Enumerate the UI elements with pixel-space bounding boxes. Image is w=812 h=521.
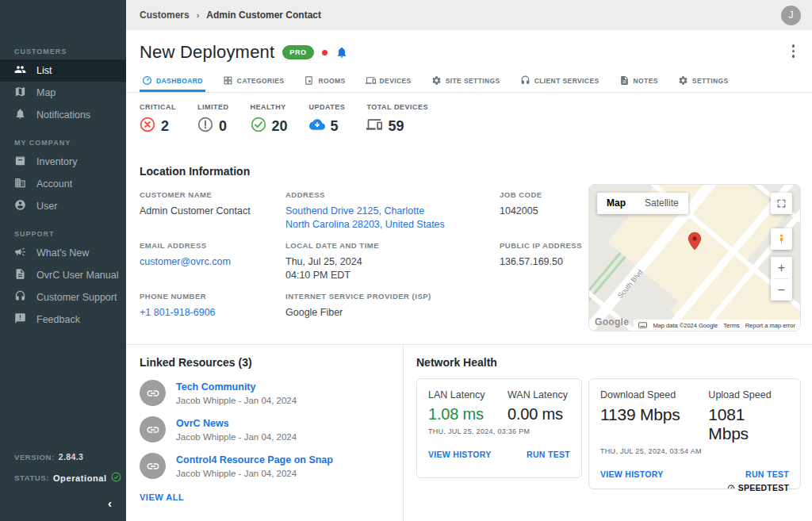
map-terms-link[interactable]: Terms bbox=[723, 322, 739, 329]
wan-latency-value: 0.00 ms bbox=[508, 405, 568, 423]
upload-speed-value: 1081 Mbps bbox=[708, 405, 789, 443]
page-title: New Deployment bbox=[140, 42, 274, 63]
keyboard-icon bbox=[638, 322, 647, 328]
linked-resources-section: Linked Resources (3) Tech Community Jaco… bbox=[126, 345, 403, 521]
address-link[interactable]: Southend Drive 2125, Charlotte North Car… bbox=[285, 205, 488, 232]
breadcrumb-separator-icon: › bbox=[197, 10, 200, 20]
resource-item[interactable]: Tech Community Jacob Whipple - Jan 04, 2… bbox=[140, 380, 403, 406]
speedtest-logo: SPEEDTEST bbox=[600, 483, 789, 492]
tab-settings[interactable]: SETTINGS bbox=[676, 72, 731, 92]
counter-critical[interactable]: CRITICAL 2 bbox=[140, 103, 176, 136]
document-icon bbox=[14, 268, 26, 282]
resource-link[interactable]: Control4 Resource Page on Snap bbox=[176, 454, 333, 465]
people-icon bbox=[14, 63, 26, 78]
sidebar-item-notifications[interactable]: Notifications bbox=[0, 104, 126, 126]
link-icon bbox=[140, 416, 166, 442]
tab-site-settings[interactable]: SITE SETTINGS bbox=[429, 72, 503, 92]
overflow-menu-button[interactable] bbox=[792, 44, 795, 58]
field-isp: INTERNET SERVICE PROVIDER (ISP) Google F… bbox=[285, 292, 488, 343]
counter-healthy[interactable]: HEALTHY 20 bbox=[251, 103, 288, 136]
breadcrumb-customers[interactable]: Customers bbox=[140, 10, 190, 21]
phone-link[interactable]: +1 801-918-6906 bbox=[140, 306, 278, 320]
sidebar-item-label: Inventory bbox=[36, 157, 77, 167]
sidebar-item-user-manual[interactable]: OvrC User Manual bbox=[0, 264, 126, 286]
user-avatar[interactable]: J bbox=[781, 6, 801, 25]
building-icon bbox=[14, 177, 26, 191]
sidebar-item-user[interactable]: User bbox=[0, 195, 126, 217]
sidebar-item-list[interactable]: List bbox=[0, 59, 126, 82]
latency-card: LAN Latency 1.08 ms WAN Latency 0.00 ms … bbox=[416, 378, 582, 478]
gear-icon bbox=[431, 75, 442, 86]
google-logo: Google bbox=[595, 316, 629, 328]
headset-icon bbox=[14, 290, 26, 305]
sidebar-item-label: Account bbox=[36, 179, 72, 190]
resource-item[interactable]: Control4 Resource Page on Snap Jacob Whi… bbox=[140, 453, 403, 479]
location-map[interactable]: South Blvd Map Satellite + − Google Map … bbox=[588, 184, 801, 331]
sidebar-item-feedback[interactable]: Feedback bbox=[0, 308, 126, 331]
view-history-link[interactable]: VIEW HISTORY bbox=[600, 469, 663, 479]
archive-icon bbox=[14, 155, 26, 169]
section-heading: Location Information bbox=[140, 165, 812, 178]
tab-dashboard[interactable]: DASHBOARD bbox=[140, 72, 205, 92]
tab-notes[interactable]: NOTES bbox=[617, 72, 661, 92]
tab-categories[interactable]: CATEGORIES bbox=[220, 72, 287, 92]
sidebar-item-whats-new[interactable]: What's New bbox=[0, 242, 126, 264]
sidebar-item-label: OvrC User Manual bbox=[36, 270, 119, 281]
zoom-out-button[interactable]: − bbox=[771, 279, 792, 301]
gauge-icon bbox=[142, 75, 152, 86]
field-public-ip: PUBLIC IP ADDRESS 136.57.169.50 bbox=[500, 241, 587, 292]
section-heading: Linked Resources (3) bbox=[140, 356, 403, 369]
tab-devices[interactable]: DEVICES bbox=[363, 72, 414, 92]
gear-icon bbox=[678, 75, 688, 86]
status-info: STATUS: Operational bbox=[14, 472, 112, 484]
satellite-button[interactable]: Satellite bbox=[635, 193, 688, 214]
critical-circle-x-icon bbox=[140, 117, 155, 136]
counter-total-devices[interactable]: TOTAL DEVICES 59 bbox=[366, 103, 428, 136]
sidebar-item-account[interactable]: Account bbox=[0, 173, 126, 195]
notifications-bell-icon[interactable] bbox=[335, 46, 348, 59]
speedtest-gauge-icon bbox=[726, 483, 736, 492]
sidebar-item-label: Customer Support bbox=[36, 293, 117, 303]
sidebar-item-inventory[interactable]: Inventory bbox=[0, 151, 126, 173]
lan-latency-value: 1.08 ms bbox=[428, 405, 508, 423]
tab-client-services[interactable]: CLIENT SERVICES bbox=[518, 72, 602, 92]
view-all-link[interactable]: VIEW ALL bbox=[140, 492, 403, 502]
section-heading: Network Health bbox=[416, 356, 801, 369]
devices-icon bbox=[366, 75, 376, 86]
email-link[interactable]: customer@ovrc.com bbox=[140, 255, 278, 269]
map-button[interactable]: Map bbox=[597, 193, 635, 214]
counter-updates[interactable]: UPDATES 5 bbox=[309, 103, 346, 136]
updates-cloud-icon bbox=[309, 117, 325, 136]
sidebar-item-map[interactable]: Map bbox=[0, 82, 126, 104]
status-value: Operational bbox=[53, 473, 107, 483]
limited-circle-exclaim-icon bbox=[197, 117, 213, 136]
sidebar-item-label: Feedback bbox=[36, 315, 80, 325]
healthy-circle-check-icon bbox=[251, 117, 266, 136]
speed-card: Download Speed 1139 Mbps Upload Speed 10… bbox=[588, 378, 801, 489]
view-history-link[interactable]: VIEW HISTORY bbox=[428, 450, 491, 459]
sidebar-section-customers: CUSTOMERS bbox=[14, 48, 126, 56]
zoom-in-button[interactable]: + bbox=[771, 257, 792, 278]
map-icon bbox=[14, 86, 26, 100]
resource-link[interactable]: OvrC News bbox=[176, 418, 297, 429]
pegman-icon[interactable] bbox=[771, 228, 792, 250]
sidebar-item-label: What's New bbox=[36, 248, 89, 259]
run-test-link[interactable]: RUN TEST bbox=[745, 469, 789, 479]
field-job-code: JOB CODE 1042005 bbox=[500, 190, 587, 241]
devices-icon bbox=[366, 117, 382, 136]
sidebar-item-customer-support[interactable]: Customer Support bbox=[0, 286, 126, 308]
run-test-link[interactable]: RUN TEST bbox=[527, 450, 570, 459]
map-attribution: Map data ©2024 Google Terms Report a map… bbox=[634, 320, 800, 331]
counter-limited[interactable]: LIMITED 0 bbox=[197, 103, 229, 136]
field-phone: PHONE NUMBER +1 801-918-6906 bbox=[140, 292, 278, 343]
tab-bar: DASHBOARD CATEGORIES ROOMS DEVICES SITE … bbox=[140, 72, 812, 92]
app-window: CUSTOMERS List Map Notifications MY COMP… bbox=[0, 0, 812, 521]
fullscreen-button[interactable] bbox=[771, 193, 792, 214]
sidebar-collapse-button[interactable]: ‹ bbox=[14, 496, 112, 510]
location-information-section: Location Information CUSTOMER NAME Admin… bbox=[126, 165, 812, 178]
resource-link[interactable]: Tech Community bbox=[176, 381, 297, 393]
tab-rooms[interactable]: ROOMS bbox=[301, 72, 347, 92]
resource-item[interactable]: OvrC News Jacob Whipple - Jan 04, 2024 bbox=[140, 416, 403, 442]
sidebar-section-support: SUPPORT bbox=[14, 230, 126, 238]
map-report-link[interactable]: Report a map error bbox=[745, 322, 795, 329]
